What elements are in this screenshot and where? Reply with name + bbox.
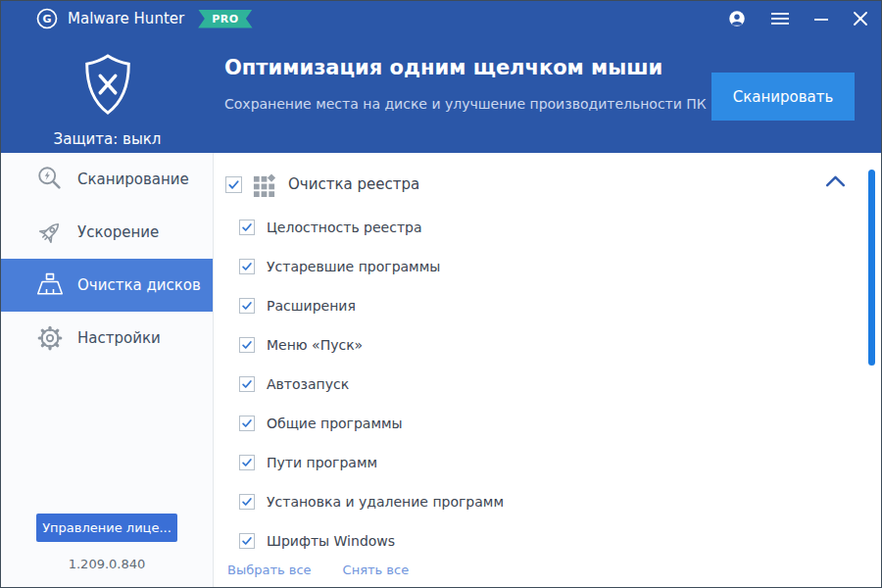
group-checkbox[interactable] [225,176,242,193]
cleanup-item-label: Установка и удаление программ [267,494,504,510]
page-title: Оптимизация одним щелчком мыши [224,56,707,79]
cleanup-item-label: Меню «Пуск» [267,337,363,353]
sidebar-item-label: Ускорение [77,223,159,241]
checkbox[interactable] [239,376,255,392]
cleanup-item[interactable]: Общие программы [225,404,881,443]
checkbox[interactable] [239,298,255,314]
scan-magnifier-icon [34,164,66,195]
cleanup-content: Очистка реестра Целостность реестраУстар… [214,153,881,587]
cleanup-item[interactable]: Пути программ [225,443,881,482]
titlebar-controls [728,10,881,27]
select-all-link[interactable]: Выбрать все [227,563,312,577]
checkbox[interactable] [239,455,255,470]
cleanup-item[interactable]: Шрифты Windows [225,521,881,561]
shield-off-icon [77,50,138,126]
rocket-icon [34,217,66,248]
deselect-all-link[interactable]: Снять все [343,563,410,577]
cleanup-item-label: Целостность реестра [267,220,422,235]
pro-badge: PRO [198,10,252,28]
checkbox[interactable] [239,416,255,431]
group-header-registry-cleanup[interactable]: Очистка реестра [225,171,881,198]
checkbox[interactable] [239,259,255,274]
app-logo-icon: G [36,8,58,29]
cleanup-item-label: Шрифты Windows [267,533,395,549]
checkbox[interactable] [239,533,255,549]
chevron-up-icon[interactable] [825,174,846,187]
group-label: Очистка реестра [288,175,419,193]
app-window: G Malware Hunter PRO [0,0,882,588]
cleanup-item[interactable]: Установка и удаление программ [225,482,881,521]
svg-text:G: G [42,13,51,25]
cleanup-item[interactable]: Автозапуск [225,365,881,404]
cleanup-item[interactable]: Расширения [225,286,881,325]
app-body: СканированиеУскорениеОчистка дисковНастр… [1,153,881,587]
close-icon[interactable] [854,12,867,25]
header-text: Оптимизация одним щелчком мыши Сохранени… [214,36,707,153]
registry-grid-icon [252,172,276,197]
gear-icon [34,322,66,354]
scrollbar-thumb[interactable] [868,170,875,366]
cleanup-item[interactable]: Целостность реестра [225,208,881,247]
protection-panel: Защита: выкл [1,36,214,153]
account-icon[interactable] [728,10,746,27]
cleanup-item-label: Расширения [267,298,356,314]
checkbox[interactable] [239,494,255,510]
app-version: 1.209.0.840 [1,557,213,571]
header: Защита: выкл Оптимизация одним щелчком м… [1,36,881,153]
scan-button[interactable]: Сканировать [711,73,855,121]
page-subtitle: Сохранение места на диске и улучшение пр… [224,96,707,112]
sidebar-nav: СканированиеУскорениеОчистка дисковНастр… [1,153,213,365]
minimize-icon[interactable] [814,12,828,25]
app-title: Malware Hunter [68,10,184,27]
cleanup-item-label: Общие программы [267,416,403,431]
checkbox[interactable] [239,337,255,353]
sidebar-item-label: Очистка дисков [77,276,201,294]
cleanup-item-label: Пути программ [267,455,377,470]
selection-links: Выбрать все Снять все [227,563,409,577]
sidebar-item-speedup[interactable]: Ускорение [1,206,213,259]
sidebar: СканированиеУскорениеОчистка дисковНастр… [1,153,214,587]
menu-icon[interactable] [771,12,789,25]
checkbox[interactable] [239,220,255,235]
license-manage-button[interactable]: Управление лице... [36,514,177,542]
sidebar-item-cleanup[interactable]: Очистка дисков [1,259,213,312]
cleanup-item[interactable]: Меню «Пуск» [225,325,881,365]
protection-status: Защита: выкл [54,130,162,148]
cleanup-item-label: Автозапуск [267,376,349,392]
cleanup-list: Целостность реестраУстаревшие программыР… [225,208,881,561]
titlebar: G Malware Hunter PRO [1,1,881,36]
sidebar-item-settings[interactable]: Настройки [1,312,213,365]
sidebar-item-label: Сканирование [77,171,189,188]
cleanup-item[interactable]: Устаревшие программы [225,247,881,286]
broom-icon [34,270,66,301]
sidebar-item-scan[interactable]: Сканирование [1,153,213,206]
sidebar-item-label: Настройки [77,329,161,347]
cleanup-item-label: Устаревшие программы [267,259,440,274]
